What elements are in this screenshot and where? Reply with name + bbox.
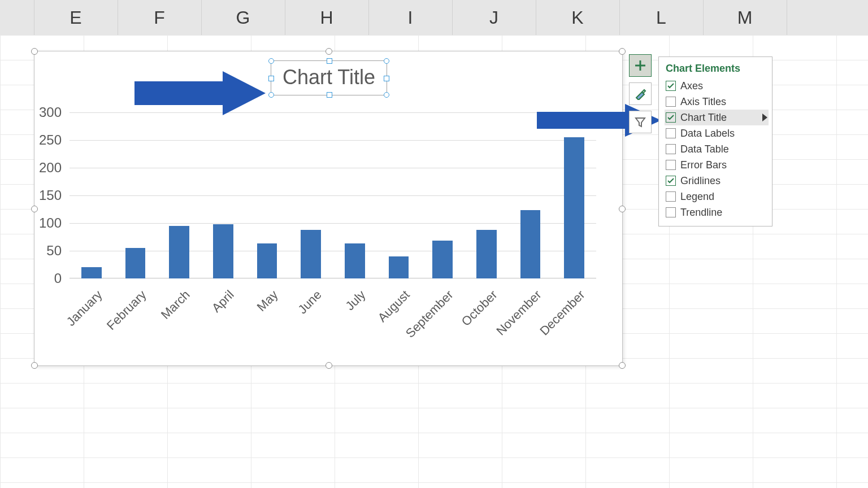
chart-elements-button[interactable] xyxy=(629,54,652,77)
title-handle[interactable] xyxy=(327,92,332,98)
y-tick-label: 300 xyxy=(16,104,62,120)
column-header[interactable]: K xyxy=(536,0,620,35)
submenu-caret-icon[interactable] xyxy=(762,114,767,121)
chart-element-option[interactable]: Chart Title xyxy=(665,110,769,125)
checkbox[interactable] xyxy=(666,144,676,154)
column-header[interactable]: F xyxy=(118,0,202,35)
bar[interactable] xyxy=(125,248,146,278)
y-tick-label: 100 xyxy=(16,215,62,231)
chart-element-option[interactable]: Gridlines xyxy=(665,173,769,189)
title-handle[interactable] xyxy=(384,76,389,81)
checkbox[interactable] xyxy=(666,176,676,186)
column-header[interactable]: E xyxy=(34,0,118,35)
chart-element-option[interactable]: Data Labels xyxy=(665,125,769,141)
bar[interactable] xyxy=(257,243,277,278)
checkbox[interactable] xyxy=(666,160,676,170)
option-label: Gridlines xyxy=(680,175,721,187)
gridline xyxy=(70,223,596,224)
bar[interactable] xyxy=(564,137,584,278)
chart-title-text[interactable]: Chart Title xyxy=(271,61,387,94)
embedded-chart[interactable]: Chart Title 050100150200250300JanuaryFeb… xyxy=(34,51,623,366)
gridline xyxy=(70,195,596,196)
flyout-title: Chart Elements xyxy=(666,63,769,75)
resize-handle[interactable] xyxy=(619,206,626,212)
y-tick-label: 0 xyxy=(16,271,62,286)
x-axis-line xyxy=(70,278,596,278)
column-header[interactable]: I xyxy=(368,0,453,35)
option-label: Legend xyxy=(680,191,714,203)
checkbox[interactable] xyxy=(666,207,676,217)
resize-handle[interactable] xyxy=(31,48,38,55)
column-header[interactable]: M xyxy=(703,0,787,35)
y-tick-label: 200 xyxy=(16,160,62,176)
bar[interactable] xyxy=(81,267,102,278)
chart-element-option[interactable]: Data Table xyxy=(665,141,769,157)
gridline xyxy=(70,140,596,141)
chart-elements-flyout: Chart Elements AxesAxis TitlesChart Titl… xyxy=(658,56,772,226)
bar[interactable] xyxy=(520,210,541,278)
y-tick-label: 50 xyxy=(16,243,62,259)
checkbox[interactable] xyxy=(666,97,676,107)
chart-element-option[interactable]: Axis Titles xyxy=(665,94,769,110)
column-header[interactable]: G xyxy=(201,0,285,35)
title-handle[interactable] xyxy=(268,92,274,98)
chart-element-option[interactable]: Axes xyxy=(665,78,769,94)
resize-handle[interactable] xyxy=(326,362,332,369)
column-header[interactable]: H xyxy=(285,0,369,35)
checkbox[interactable] xyxy=(666,112,676,123)
title-handle[interactable] xyxy=(268,58,274,64)
option-label: Chart Title xyxy=(680,112,727,124)
column-header-row: EFGHIJKLM xyxy=(0,0,868,36)
checkbox[interactable] xyxy=(666,128,676,138)
column-header[interactable]: L xyxy=(619,0,704,35)
resize-handle[interactable] xyxy=(619,48,626,55)
title-handle[interactable] xyxy=(327,58,332,64)
resize-handle[interactable] xyxy=(31,206,38,212)
bar[interactable] xyxy=(476,230,497,278)
chart-styles-button[interactable] xyxy=(629,82,652,105)
gridline xyxy=(70,251,596,251)
resize-handle[interactable] xyxy=(619,362,626,369)
checkbox[interactable] xyxy=(666,81,676,91)
checkbox[interactable] xyxy=(666,191,676,202)
option-label: Axis Titles xyxy=(680,96,726,108)
option-label: Data Labels xyxy=(680,128,735,140)
bar[interactable] xyxy=(432,241,453,278)
bar[interactable] xyxy=(169,226,189,278)
resize-handle[interactable] xyxy=(326,48,332,55)
option-label: Axes xyxy=(680,80,703,92)
bar[interactable] xyxy=(213,224,233,278)
chart-element-option[interactable]: Legend xyxy=(665,189,769,204)
title-handle[interactable] xyxy=(384,58,389,64)
resize-handle[interactable] xyxy=(31,362,38,369)
plot-area[interactable]: 050100150200250300JanuaryFebruaryMarchAp… xyxy=(70,112,596,278)
y-tick-label: 150 xyxy=(16,188,62,203)
column-header[interactable]: J xyxy=(452,0,536,35)
bar[interactable] xyxy=(389,256,409,278)
title-handle[interactable] xyxy=(268,76,274,81)
option-label: Data Table xyxy=(680,143,729,155)
option-label: Error Bars xyxy=(680,159,727,171)
option-label: Trendline xyxy=(680,207,722,219)
chart-filters-button[interactable] xyxy=(629,111,652,133)
chart-element-option[interactable]: Error Bars xyxy=(665,157,769,173)
bar[interactable] xyxy=(301,230,321,278)
y-tick-label: 250 xyxy=(16,132,62,148)
annotation-arrow-to-title xyxy=(134,71,266,115)
chart-title-textbox[interactable]: Chart Title xyxy=(271,60,387,95)
chart-element-option[interactable]: Trendline xyxy=(665,204,769,220)
bar[interactable] xyxy=(345,243,365,278)
gridline xyxy=(70,168,596,168)
title-handle[interactable] xyxy=(384,92,389,98)
